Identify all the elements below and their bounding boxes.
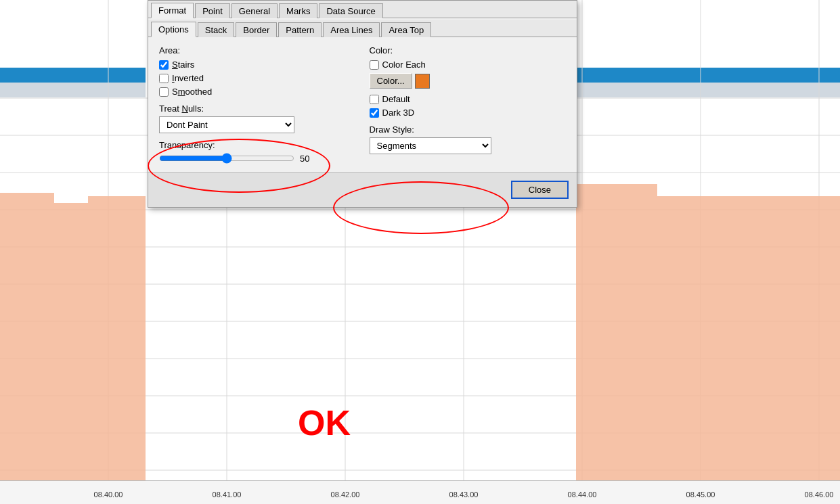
time-axis: 08.40.00 08.41.00 08.42.00 08.43.00 08.4… [0, 480, 840, 504]
format-dialog: Format Point General Marks Data Source O… [148, 0, 577, 208]
default-label[interactable]: Default [382, 94, 410, 104]
color-label: Color: [370, 45, 567, 55]
top-tab-bar: Format Point General Marks Data Source [148, 1, 577, 18]
dark3d-row: Dark 3D [370, 108, 567, 118]
default-row: Default [370, 94, 567, 104]
tab-border[interactable]: Border [236, 22, 277, 37]
transparency-slider[interactable] [159, 153, 294, 164]
second-tab-bar: Options Stack Border Pattern Area Lines … [148, 20, 577, 37]
dark3d-checkbox[interactable] [370, 108, 379, 118]
stairs-row: Stairs [159, 60, 356, 70]
tab-general[interactable]: General [231, 3, 278, 18]
col-left: Area: Stairs Inverted [159, 45, 356, 164]
svg-rect-20 [88, 196, 146, 480]
color-each-row: Color Each [370, 60, 567, 70]
tab-arealines[interactable]: Area Lines [323, 22, 380, 37]
blue-bar-right [576, 68, 840, 83]
tab-datasource[interactable]: Data Source [319, 3, 382, 18]
transparency-section: Transparency: 50 [159, 140, 356, 164]
inverted-label[interactable]: Inverted [172, 73, 204, 83]
treat-nulls-dropdown[interactable]: Dont Paint Zero Break [159, 116, 294, 133]
tab-point[interactable]: Point [195, 3, 230, 18]
time-label-3: 08.42.00 [331, 490, 360, 499]
color-each-label[interactable]: Color Each [382, 60, 426, 70]
stairs-label[interactable]: Stairs [172, 60, 194, 70]
col-right: Color: Color Each Color... Default [370, 45, 567, 164]
draw-style-section: Draw Style: Segments Connected Histogram [370, 124, 567, 154]
draw-style-label: Draw Style: [370, 124, 567, 135]
treat-nulls-section: Treat Nulls: Dont Paint Zero Break [159, 104, 356, 133]
slider-row: 50 [159, 153, 356, 164]
tab-pattern[interactable]: Pattern [278, 22, 322, 37]
treat-nulls-label: Treat Nulls: [159, 104, 356, 114]
inverted-checkbox[interactable] [159, 74, 169, 83]
time-label-6: 08.45.00 [686, 490, 715, 499]
gray-bar-right [576, 83, 840, 97]
inverted-row: Inverted [159, 73, 356, 83]
svg-rect-21 [576, 184, 657, 480]
transparency-value: 50 [300, 154, 309, 164]
dialog-footer: Close [148, 172, 577, 207]
blue-bar-left [0, 68, 146, 83]
dark3d-label[interactable]: Dark 3D [382, 108, 415, 118]
time-label-1: 08.40.00 [94, 490, 123, 499]
svg-rect-18 [0, 193, 54, 480]
color-each-checkbox[interactable] [370, 60, 379, 70]
tab-marks[interactable]: Marks [279, 3, 317, 18]
tab-stack[interactable]: Stack [198, 22, 235, 37]
close-button[interactable]: Close [511, 181, 569, 199]
time-label-7: 08.46.00 [805, 490, 834, 499]
two-col-layout: Area: Stairs Inverted [159, 45, 566, 164]
tab-options[interactable]: Options [151, 22, 196, 37]
treat-nulls-dropdown-row: Dont Paint Zero Break [159, 116, 356, 133]
gray-bar-left [0, 83, 146, 97]
color-btn-row: Color... [370, 73, 567, 89]
dialog-content: Area: Stairs Inverted [148, 37, 577, 172]
smoothed-checkbox[interactable] [159, 87, 169, 97]
tab-format[interactable]: Format [151, 3, 194, 18]
smoothed-row: Smoothed [159, 87, 356, 97]
time-label-5: 08.44.00 [568, 490, 597, 499]
draw-style-dropdown[interactable]: Segments Connected Histogram [370, 137, 491, 154]
ok-text: OK [298, 403, 351, 443]
svg-rect-22 [657, 196, 840, 480]
stairs-checkbox[interactable] [159, 60, 169, 70]
time-label-2: 08.41.00 [213, 490, 242, 499]
color-swatch [415, 74, 430, 89]
area-label: Area: [159, 45, 356, 55]
tab-areatop[interactable]: Area Top [381, 22, 431, 37]
default-checkbox[interactable] [370, 95, 379, 104]
svg-rect-19 [54, 203, 88, 480]
time-label-4: 08.43.00 [449, 490, 479, 499]
color-button[interactable]: Color... [370, 73, 412, 89]
smoothed-label[interactable]: Smoothed [172, 87, 212, 97]
transparency-label: Transparency: [159, 140, 356, 150]
